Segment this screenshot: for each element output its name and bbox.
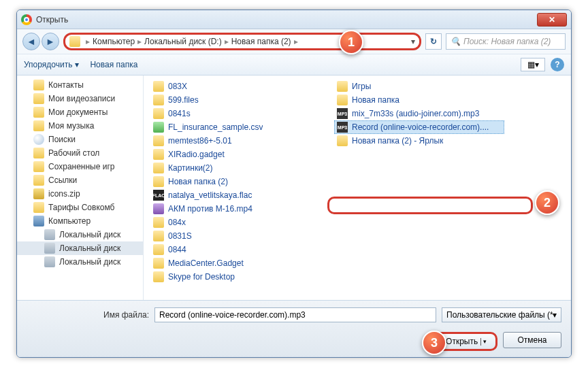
file-item[interactable]: 084x: [150, 216, 321, 229]
mp3-icon: MP3: [337, 108, 348, 119]
file-label: Новая папка: [352, 95, 399, 105]
file-item[interactable]: FL_insurance_sample.csv: [150, 120, 321, 134]
file-label: Record (online-voice-recorder.com)....: [352, 122, 489, 132]
view-button[interactable]: ▦▾: [521, 58, 545, 71]
file-label: XIRadio.gadget: [168, 150, 225, 159]
file-label: 0841s: [168, 109, 191, 118]
sidebar-item[interactable]: Контакты: [17, 78, 143, 92]
file-label: 084x: [168, 218, 186, 227]
sidebar-item-label: Поиски: [48, 135, 76, 144]
folder-icon: [153, 244, 164, 255]
sidebar-item[interactable]: Ссылки: [17, 173, 143, 187]
filetype-filter[interactable]: Пользовательские файлы (*.w ▾: [442, 307, 561, 322]
sidebar-item[interactable]: Локальный диск: [17, 228, 143, 241]
file-label: Skype for Desktop: [168, 272, 235, 282]
disk-icon: [44, 243, 55, 254]
chevron-icon: ▸: [137, 37, 142, 46]
search-placeholder: Поиск: Новая папка (2): [463, 37, 551, 46]
file-item[interactable]: 083X: [150, 80, 321, 93]
folder-icon: [69, 36, 80, 47]
breadcrumb-seg[interactable]: Локальный диск (D:): [144, 37, 222, 46]
folder-icon: [33, 80, 44, 90]
search-input[interactable]: 🔍 Поиск: Новая папка (2): [446, 33, 566, 50]
sidebar-item[interactable]: Мои документы: [17, 105, 143, 119]
filename-label: Имя файла:: [27, 310, 149, 320]
file-item[interactable]: 0831S: [150, 229, 321, 243]
forward-button[interactable]: ►: [42, 33, 59, 50]
search-icon: 🔍: [451, 37, 461, 46]
file-pane[interactable]: 083X599.files0841sFL_insurance_sample.cs…: [144, 75, 571, 300]
file-item[interactable]: memtest86+-5.01: [150, 134, 321, 148]
file-item[interactable]: MP3mix_7m33s (audio-joiner.com).mp3: [334, 107, 504, 120]
folder-icon: [337, 135, 348, 146]
sidebar-item-label: Моя музыка: [48, 121, 94, 131]
folder-icon: [153, 81, 164, 92]
chevron-icon: ▸: [225, 37, 229, 46]
sidebar-item-label: Мои документы: [48, 107, 108, 117]
organize-menu[interactable]: Упорядочить ▾: [24, 60, 79, 69]
open-dialog: Открыть ✕ ◄ ► ▸ Компьютер ▸ Локальный ди…: [16, 10, 572, 358]
back-button[interactable]: ◄: [22, 33, 40, 50]
file-label: mix_7m33s (audio-joiner.com).mp3: [352, 109, 479, 118]
folder-icon: [153, 231, 164, 241]
filename-input[interactable]: [154, 307, 436, 322]
file-label: memtest86+-5.01: [168, 136, 232, 146]
file-label: 083X: [168, 82, 187, 91]
file-item[interactable]: MP3Record (online-voice-recorder.com)...…: [334, 120, 504, 134]
sidebar-item[interactable]: Мои видеозаписи: [17, 92, 143, 105]
close-button[interactable]: ✕: [537, 13, 567, 27]
refresh-button[interactable]: ↻: [425, 33, 442, 50]
chrome-icon: [21, 14, 32, 25]
file-item[interactable]: XIRadio.gadget: [150, 148, 321, 161]
file-item[interactable]: Картинки(2): [150, 161, 321, 175]
folder-icon: [337, 95, 348, 105]
sidebar-item-label: Контакты: [48, 80, 84, 90]
sidebar-item[interactable]: Локальный диск: [17, 255, 143, 269]
folder-icon: [33, 175, 44, 186]
file-item[interactable]: Игры: [334, 80, 504, 93]
file-item[interactable]: Новая папка (2): [150, 175, 321, 188]
file-item[interactable]: Skype for Desktop: [150, 270, 321, 284]
breadcrumb-seg[interactable]: Компьютер: [93, 37, 135, 46]
file-item[interactable]: Новая папка: [334, 93, 504, 107]
file-item[interactable]: FLACnatalya_vetlitskaya.flac: [150, 188, 321, 202]
file-item[interactable]: Новая папка (2) - Ярлык: [334, 134, 504, 148]
file-item[interactable]: АКМ против М-16.mp4: [150, 202, 321, 216]
folder-icon: [153, 149, 164, 160]
sidebar-item-label: icons.zip: [48, 189, 80, 199]
chevron-icon: ▸: [294, 37, 298, 46]
zip-icon: [33, 188, 44, 199]
folder-icon: [33, 107, 44, 118]
breadcrumb[interactable]: ▸ Компьютер ▸ Локальный диск (D:) ▸ Нова…: [63, 33, 421, 50]
sidebar-item-label: Локальный диск: [59, 230, 120, 239]
file-item[interactable]: 0841s: [150, 107, 321, 120]
sidebar-item[interactable]: Сохраненные игр: [17, 160, 143, 173]
search-icon: [33, 134, 44, 145]
help-button[interactable]: ?: [551, 58, 564, 71]
breadcrumb-seg[interactable]: Новая папка (2): [231, 37, 291, 46]
footer: Имя файла: Пользовательские файлы (*.w ▾…: [17, 300, 571, 357]
file-item[interactable]: MediaCenter.Gadget: [150, 256, 321, 270]
new-folder-button[interactable]: Новая папка: [90, 60, 137, 69]
sidebar-item[interactable]: Тарифы Совкомб: [17, 201, 143, 214]
sidebar-item[interactable]: Локальный диск: [17, 241, 143, 255]
folder-icon: [33, 161, 44, 172]
file-item[interactable]: 0844: [150, 243, 321, 256]
sidebar-item[interactable]: Рабочий стол: [17, 146, 143, 160]
chevron-icon: ▸: [86, 37, 90, 46]
body: КонтактыМои видеозаписиМои документыМоя …: [17, 75, 571, 300]
dropdown-icon: ▾: [75, 60, 79, 69]
sidebar-item[interactable]: Компьютер: [17, 214, 143, 228]
folder-icon: [33, 202, 44, 213]
file-item[interactable]: 599.files: [150, 93, 321, 107]
folder-icon: [153, 258, 164, 269]
comp-icon: [33, 216, 44, 226]
sidebar-item[interactable]: icons.zip: [17, 187, 143, 201]
sidebar-item[interactable]: Моя музыка: [17, 119, 143, 133]
sidebar-item-label: Сохраненные игр: [48, 162, 115, 171]
cancel-button[interactable]: Отмена: [503, 332, 561, 348]
sidebar-item-label: Мои видеозаписи: [48, 94, 115, 103]
dropdown-icon[interactable]: ▾: [411, 37, 415, 46]
sidebar-item-label: Рабочий стол: [48, 148, 99, 158]
sidebar-item[interactable]: Поиски: [17, 133, 143, 146]
